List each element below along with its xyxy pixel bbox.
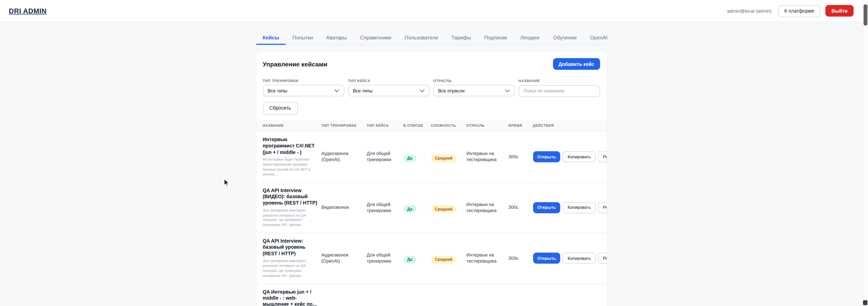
to-platform-button[interactable]: К платформе xyxy=(778,5,820,17)
tab-attempts[interactable]: Попытки xyxy=(286,32,319,45)
col-header-case-type: ТИП КЕЙСА xyxy=(367,123,400,128)
table-row: QA Интервью jun + / middle - : web-мышле… xyxy=(256,283,607,306)
difficulty-badge: Средний xyxy=(431,256,456,264)
filter-case-type: ТИП КЕЙСА Все типы xyxy=(348,79,430,97)
training-type-cell: Аудиозвонок (OpenAI) xyxy=(321,151,364,163)
case-type-cell: Для общей тренировки xyxy=(367,151,400,163)
actions-cell: Открыть Копировать Редактировать xyxy=(533,151,607,162)
table-header: НАЗВАНИЕ ТИП ТРЕНИРОВКИ ТИП КЕЙСА В СПИС… xyxy=(256,120,607,131)
tab-openai[interactable]: OpenAI xyxy=(583,32,614,45)
cases-card: Управление кейсами Добавить кейс ТИП ТРЕ… xyxy=(256,52,607,306)
filters-row: ТИП ТРЕНИРОВКИ Все типы ТИП КЕЙСА Все ти… xyxy=(256,70,607,96)
copy-case-button[interactable]: Копировать xyxy=(563,202,596,213)
difficulty-badge: Средний xyxy=(431,205,456,213)
chevron-down-icon xyxy=(334,89,339,92)
in-list-cell: Да xyxy=(403,253,428,264)
copy-case-button[interactable]: Копировать xyxy=(563,151,596,162)
case-name-cell: QA API Interview (ВИДЕО): базовый уровен… xyxy=(263,188,318,228)
open-case-button[interactable]: Открыть xyxy=(533,202,560,213)
col-header-training-type: ТИП ТРЕНИРОВКИ xyxy=(321,123,364,128)
case-description: Эта тренировка имитирует реальное интерв… xyxy=(263,208,318,227)
difficulty-cell: Средний xyxy=(431,152,463,162)
actions-cell: Открыть Копировать Редактировать xyxy=(533,202,607,213)
tab-training[interactable]: Обучение xyxy=(547,32,583,45)
industry-cell: Интервью на тестировщика xyxy=(466,151,505,163)
filter-name: НАЗВАНИЕ xyxy=(519,79,600,97)
tab-cases[interactable]: Кейсы xyxy=(256,32,286,45)
tab-directories[interactable]: Справочники xyxy=(353,32,398,45)
in-list-cell: Да xyxy=(403,152,428,162)
col-header-name: НАЗВАНИЕ xyxy=(263,123,318,128)
admin-app-window: DRI ADMIN admin@local (admin) К платформ… xyxy=(0,0,868,306)
industry-select[interactable]: Все отрасли xyxy=(433,85,515,96)
tab-bar: Кейсы Попытки Аватары Справочники Пользо… xyxy=(256,32,607,45)
logout-button[interactable]: Выйти xyxy=(825,5,854,17)
select-value: Все отрасли xyxy=(438,88,465,93)
open-case-button[interactable]: Открыть xyxy=(533,253,560,264)
current-user-label: admin@local (admin) xyxy=(727,8,771,13)
tab-landing[interactable]: Лендинг xyxy=(514,32,547,45)
filter-case-type-label: ТИП КЕЙСА xyxy=(348,79,430,83)
col-header-in-list: В СПИСКЕ xyxy=(403,123,428,128)
tab-tariffs[interactable]: Тарифы xyxy=(445,32,478,45)
edit-case-button[interactable]: Редактировать xyxy=(598,253,606,264)
difficulty-cell: Средний xyxy=(431,253,463,264)
col-header-industry: ОТРАСЛЬ xyxy=(466,123,505,128)
in-list-badge: Да xyxy=(403,154,416,162)
select-value: Все типы xyxy=(268,88,287,93)
name-search-input[interactable] xyxy=(519,85,600,97)
time-cell: 300с xyxy=(508,255,529,262)
filter-name-label: НАЗВАНИЕ xyxy=(519,79,600,83)
vertical-scrollbar[interactable] xyxy=(863,0,868,306)
reset-filters-button[interactable]: Сбросить xyxy=(263,102,298,114)
industry-cell: Интервью на тестировщика xyxy=(466,252,505,264)
filter-industry-label: ОТРАСЛЬ xyxy=(433,79,515,83)
case-description: На интервью будет практико-ориентированн… xyxy=(263,157,318,177)
actions-cell: Открыть Копировать Редактировать xyxy=(533,253,607,264)
chevron-down-icon xyxy=(505,89,510,92)
case-type-cell: Для общей тренировки xyxy=(367,252,400,264)
case-name: QA API Interview: базовый уровень (REST … xyxy=(263,238,318,257)
top-bar: DRI ADMIN admin@local (admin) К платформ… xyxy=(0,0,863,22)
main-content: Кейсы Попытки Аватары Справочники Пользо… xyxy=(0,22,863,306)
open-case-button[interactable]: Открыть xyxy=(533,151,560,162)
edit-case-button[interactable]: Редактировать xyxy=(598,151,606,162)
difficulty-badge: Средний xyxy=(431,154,456,162)
difficulty-cell: Средний xyxy=(431,203,463,213)
scrollbar-corner xyxy=(863,300,868,305)
case-type-select[interactable]: Все типы xyxy=(348,85,430,96)
col-header-time: ВРЕМЯ xyxy=(508,123,529,128)
edit-case-button[interactable]: Редактировать xyxy=(598,202,606,213)
col-header-difficulty: СЛОЖНОСТЬ xyxy=(431,123,463,128)
case-type-cell: Для общей тренировки xyxy=(367,202,400,214)
scrollbar-thumb[interactable] xyxy=(863,4,867,26)
page-title: Управление кейсами xyxy=(263,61,327,67)
case-name: QA Интервью jun + / middle - : web-мышле… xyxy=(263,289,318,306)
add-case-button[interactable]: Добавить кейс xyxy=(553,58,600,70)
case-name: Интервью программист C#/.NET (jun + / mi… xyxy=(263,137,318,156)
filter-training-type-label: ТИП ТРЕНИРОВКИ xyxy=(263,79,344,83)
table-row: Интервью программист C#/.NET (jun + / mi… xyxy=(256,131,607,182)
copy-case-button[interactable]: Копировать xyxy=(563,253,596,264)
table-row: QA API Interview (ВИДЕО): базовый уровен… xyxy=(256,182,607,233)
training-type-cell: Аудиозвонок (OpenAI) xyxy=(321,252,364,264)
training-type-select[interactable]: Все типы xyxy=(263,85,344,96)
time-cell: 300с xyxy=(508,205,529,211)
select-value: Все типы xyxy=(353,88,373,93)
chevron-down-icon xyxy=(420,89,425,92)
industry-cell: Интервью на тестировщика xyxy=(466,202,505,214)
case-description: Эта тренировка имитирует реальное интерв… xyxy=(263,259,318,278)
topbar-right-group: admin@local (admin) К платформе Выйти xyxy=(727,5,854,17)
filter-training-type: ТИП ТРЕНИРОВКИ Все типы xyxy=(263,79,344,97)
in-list-badge: Да xyxy=(403,256,416,264)
tab-avatars[interactable]: Аватары xyxy=(319,32,353,45)
case-name-cell: QA API Interview: базовый уровень (REST … xyxy=(263,238,318,278)
case-name-cell: Интервью программист C#/.NET (jun + / mi… xyxy=(263,137,318,177)
case-name-cell: QA Интервью jun + / middle - : web-мышле… xyxy=(263,289,318,306)
tab-subscriptions[interactable]: Подписки xyxy=(477,32,514,45)
brand-logo[interactable]: DRI ADMIN xyxy=(9,7,47,14)
time-cell: 300с xyxy=(508,154,529,160)
in-list-badge: Да xyxy=(403,205,416,213)
tab-users[interactable]: Пользователи xyxy=(398,32,445,45)
training-type-cell: Видеозвонок xyxy=(321,205,364,211)
